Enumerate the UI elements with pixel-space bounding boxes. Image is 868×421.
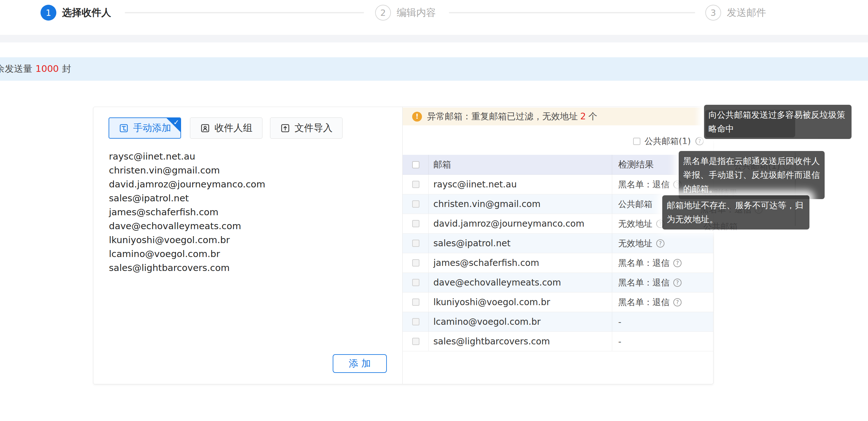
- row-checkbox[interactable]: [412, 279, 420, 286]
- email-line: david.jamroz@journeymanco.com: [109, 177, 265, 191]
- row-checkbox[interactable]: [412, 240, 420, 247]
- row-email: lcamino@voegol.com.br: [429, 312, 612, 331]
- step-1-circle: 1: [40, 5, 56, 21]
- stepper-step-2: 2 编辑内容: [375, 5, 436, 21]
- row-checkbox-cell: [403, 253, 429, 273]
- tab-manual-add[interactable]: 手动添加 ✓: [108, 117, 181, 139]
- add-button-label: 添 加: [349, 357, 371, 370]
- row-checkbox[interactable]: [412, 338, 420, 345]
- row-checkbox-cell: [403, 293, 429, 312]
- quota-text: 余发送量1000封: [0, 63, 71, 76]
- row-email: james@schaferfish.com: [429, 253, 612, 273]
- tab-recipient-group[interactable]: 收件人组: [190, 117, 262, 139]
- tooltip-invalid-address: 邮箱地址不存在、服务不可达等，归为无效地址。: [662, 195, 809, 230]
- quota-count: 1000: [35, 63, 59, 74]
- quota-unit: 封: [62, 63, 71, 74]
- stepper-line-1: [125, 12, 364, 13]
- row-result: 黑名单：退信: [618, 277, 670, 289]
- row-checkbox-cell: [403, 194, 429, 214]
- result-help-icon[interactable]: ?: [673, 298, 682, 306]
- tooltip-public-mailbox: 向公共邮箱发送过多容易被反垃圾策略命中: [704, 105, 851, 139]
- table-row: raysc@iinet.net.au 黑名单：退信 ?: [403, 175, 713, 194]
- table-header: 邮箱 检测结果: [403, 155, 713, 175]
- row-checkbox[interactable]: [412, 318, 420, 325]
- row-result: -: [618, 317, 621, 327]
- public-filter-row: 公共邮箱(1) ?: [633, 136, 704, 147]
- row-checkbox[interactable]: [412, 220, 420, 227]
- public-filter-label: 公共邮箱(1): [645, 136, 691, 147]
- tab-file-import-label: 文件导入: [295, 122, 333, 134]
- stepper-step-3: 3 发送邮件: [705, 5, 766, 21]
- table-row: dave@echovalleymeats.com 黑名单：退信 ?: [403, 273, 713, 293]
- row-checkbox-cell: [403, 175, 429, 194]
- top-divider-band: [0, 35, 868, 42]
- warning-prefix: 异常邮箱：重复邮箱已过滤，无效地址: [427, 111, 578, 122]
- email-line: lkuniyoshi@voegol.com.br: [109, 233, 265, 247]
- step-3-label: 发送邮件: [727, 6, 766, 19]
- email-line: christen.vin@gmail.com: [109, 163, 265, 177]
- row-result-cell: 黑名单：退信 ?: [612, 293, 713, 312]
- warning-bar: ! 异常邮箱：重复邮箱已过滤，无效地址2个: [403, 108, 713, 125]
- row-checkbox[interactable]: [412, 181, 420, 188]
- tab-manual-add-label: 手动添加: [133, 122, 171, 134]
- row-result: 无效地址: [618, 238, 652, 249]
- row-result: 黑名单：退信: [618, 179, 670, 190]
- row-checkbox-cell: [403, 214, 429, 233]
- row-checkbox[interactable]: [412, 299, 420, 306]
- row-result: 黑名单：退信: [618, 257, 670, 269]
- warning-suffix: 个: [588, 111, 597, 122]
- row-email: dave@echovalleymeats.com: [429, 273, 612, 292]
- row-checkbox[interactable]: [412, 200, 420, 208]
- email-line: dave@echovalleymeats.com: [109, 219, 265, 233]
- result-help-icon[interactable]: ?: [656, 239, 664, 247]
- public-filter-checkbox[interactable]: [633, 138, 641, 145]
- select-all-checkbox[interactable]: [412, 161, 420, 169]
- stepper-line-2: [449, 12, 695, 13]
- tab-file-import[interactable]: 文件导入: [270, 117, 342, 139]
- table-row: james@schaferfish.com 黑名单：退信 ?: [403, 253, 713, 273]
- email-line: sales@lightbarcovers.com: [109, 261, 265, 275]
- row-checkbox-cell: [403, 234, 429, 253]
- result-help-icon[interactable]: ?: [673, 259, 682, 267]
- manual-add-icon: [119, 123, 129, 133]
- tooltip-blacklist: 黑名单是指在云邮通发送后因收件人举报、手动退订、反垃圾邮件而退信的邮箱。: [679, 151, 825, 199]
- row-email: lkuniyoshi@voegol.com.br: [429, 293, 612, 312]
- row-checkbox-cell: [403, 273, 429, 292]
- table-row: lcamino@voegol.com.br - ?: [403, 312, 713, 332]
- selected-check-icon: ✓: [174, 118, 179, 126]
- table-row: sales@lightbarcovers.com - ?: [403, 332, 713, 351]
- recipient-group-icon: [200, 123, 210, 133]
- add-button[interactable]: 添 加: [333, 354, 387, 373]
- step-2-label: 编辑内容: [397, 6, 436, 19]
- email-line: lcamino@voegol.com.br: [109, 247, 265, 261]
- row-result-cell: 黑名单：退信 ?: [612, 273, 713, 292]
- warning-icon: !: [412, 112, 422, 122]
- header-checkbox-cell: [403, 155, 429, 174]
- result-help-icon[interactable]: ?: [673, 278, 682, 287]
- email-input-area[interactable]: raysc@iinet.net.auchristen.vin@gmail.com…: [109, 149, 265, 275]
- row-checkbox[interactable]: [412, 259, 420, 267]
- row-result-cell: 无效地址 ?: [612, 234, 713, 253]
- warning-text: 异常邮箱：重复邮箱已过滤，无效地址2个: [427, 111, 597, 122]
- step-2-circle: 2: [375, 5, 391, 21]
- tab-recipient-group-label: 收件人组: [215, 122, 253, 134]
- table-row: lkuniyoshi@voegol.com.br 黑名单：退信 ?: [403, 293, 713, 312]
- quota-bar: 余发送量1000封: [0, 57, 868, 81]
- step-1-label: 选择收件人: [62, 6, 111, 19]
- row-email: raysc@iinet.net.au: [429, 175, 612, 194]
- page: 1 选择收件人 2 编辑内容 3 发送邮件 余发送量1000封 手动添加 ✓ 收…: [0, 0, 868, 421]
- quota-prefix: 余发送量: [0, 63, 32, 74]
- row-result: 无效地址: [618, 218, 652, 230]
- stepper-step-1: 1 选择收件人: [40, 5, 111, 21]
- row-result-cell: - ?: [612, 312, 713, 331]
- email-line: sales@ipatrol.net: [109, 191, 265, 205]
- table-row: sales@ipatrol.net 无效地址 ?: [403, 234, 713, 253]
- public-filter-help-icon[interactable]: ?: [695, 137, 704, 145]
- row-email: david.jamroz@journeymanco.com: [429, 214, 612, 233]
- file-import-icon: [280, 123, 290, 133]
- row-email: sales@ipatrol.net: [429, 234, 612, 253]
- step-3-circle: 3: [705, 5, 721, 21]
- row-email: christen.vin@gmail.com: [429, 194, 612, 214]
- email-line: raysc@iinet.net.au: [109, 149, 265, 163]
- row-result: -: [618, 336, 621, 346]
